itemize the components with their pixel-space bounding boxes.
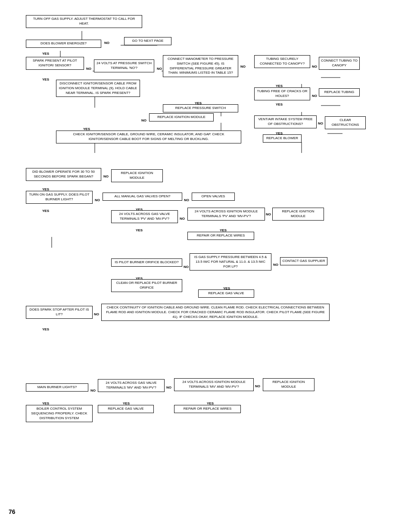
volts-no-label: NO xyxy=(157,67,162,71)
does-spark-stop-node: DOES SPARK STOP AFTER PILOT IS LIT? xyxy=(26,306,93,319)
replace-tubing-node: REPLACE TUBING xyxy=(319,88,360,96)
vent-air-no-label: NO xyxy=(318,121,323,125)
spark-yes-label: YES xyxy=(42,78,49,81)
volts-24-mv-node: 24 VOLTS ACROSS GAS VALVE TERMINALS 'MV'… xyxy=(98,379,165,392)
tubing-securely-node: TUBING SECURELY CONNECTED TO CANOPY? xyxy=(254,55,310,68)
ignition-mv-no-label: NO xyxy=(255,384,260,388)
connect-manometer-node: CONNECT MANOMETER TO PRESSURE SWITCH (SE… xyxy=(163,55,238,77)
volts-mv-no-label: NO xyxy=(166,386,171,389)
tubing-free-yes-label: YES xyxy=(276,103,283,106)
spark-present-node: SPARK PRESENT AT PILOT IGNITOR/ SENSOR? xyxy=(26,57,84,70)
replace-blower-node: REPLACE BLOWER xyxy=(263,134,302,143)
blower-yes-label: YES xyxy=(42,52,49,56)
replace-ignition-2-node: REPLACE IGNITION MODULE xyxy=(111,169,163,182)
go-next-node: GO TO NEXT PAGE xyxy=(124,37,171,45)
replace-pressure-switch-node: REPLACE PRESSURE SWITCH xyxy=(163,104,238,112)
replace-ignition-3-node: REPLACE IGNITION MODULE xyxy=(272,208,324,221)
did-blower-no-label: NO xyxy=(103,174,109,178)
spark-no-label: NO xyxy=(86,67,91,71)
volts-pv-no-label: NO xyxy=(180,217,185,221)
main-burner-lights-node: MAIN BURNER LIGHTS? xyxy=(26,383,88,392)
boiler-control-node: BOILER CONTROL SYSTEM SEQUENCING PROPERL… xyxy=(26,405,93,422)
pilot-burner-no-label: NO xyxy=(184,265,189,269)
volts-24-pressure-node: 24 VOLTS AT PRESSURE SWITCH TERMINAL 'NO… xyxy=(94,59,154,72)
volts-24-ignition-node: 24 VOLTS ACROSS IGNITION MODULE TERMINAL… xyxy=(187,208,265,221)
spark-stop-yes-label: YES xyxy=(42,327,49,331)
does-blower-node: DOES BLOWER ENERGIZE? xyxy=(26,40,101,48)
tubing-securely-no-label: NO xyxy=(312,65,317,68)
start-node: TURN OFF GAS SUPPLY. ADJUST THERMOSTAT T… xyxy=(26,15,142,28)
page-number: 76 xyxy=(9,508,402,515)
manometer-no-label: NO xyxy=(240,65,246,68)
did-blower-node: DID BLOWER OPERATE FOR 30 TO 50 SECONDS … xyxy=(26,168,101,181)
open-valves-node: OPEN VALVES xyxy=(192,193,235,201)
turn-on-gas-node: TURN ON GAS SUPPLY. DOES PILOT BURNER LI… xyxy=(26,191,93,204)
gas-pressure-no-label: NO xyxy=(273,263,278,267)
all-manual-valves-node: ALL MANUAL GAS VALVES OPEN? xyxy=(103,193,182,201)
tubing-free-no-label: NO xyxy=(312,94,317,98)
volts-24-ignition-mv-node: 24 VOLTS ACROSS IGNITION MODULE TERMINAL… xyxy=(174,378,254,391)
replace-ignition-4-node: REPLACE IGNITION MODULE xyxy=(263,378,314,391)
ignition-volts-no-label: NO xyxy=(266,212,271,216)
gas-supply-pressure-node: IS GAS SUPPLY PRESSURE BETWEEN 4.5 & 13.… xyxy=(190,253,271,271)
clean-replace-pilot-node: CLEAN OR REPLACE PILOT BURNER ORIFICE xyxy=(111,279,182,292)
replace-ignition-1-node: REPLACE IGNITION MODULE xyxy=(149,113,214,121)
volts-pv-yes-label: YES xyxy=(136,228,143,232)
clear-obstructions-node: CLEAR OBSTRUCTIONS xyxy=(325,116,366,129)
page-container: TURN OFF GAS SUPPLY. ADJUST THERMOSTAT T… xyxy=(9,9,402,515)
volts-24-pv-node: 24 VOLTS ACROSS GAS VALVE TERMINALS 'PV'… xyxy=(111,210,178,223)
vent-air-node: VENT/AIR INTAKE SYSTEM FREE OF OBSTRUCTI… xyxy=(254,115,317,128)
turn-on-gas-yes-label: YES xyxy=(42,209,49,213)
check-continuity-node: CHECK CONTINUITY OF IGNITION CABLE AND G… xyxy=(101,304,330,321)
disconnect-no-label: NO xyxy=(141,118,146,122)
tubing-free-node: TUBING FREE OF CRACKS OR HOLES? xyxy=(254,87,310,100)
check-ignitor-node: CHECK IGNITOR/SENSOR CABLE, GROUND WIRE,… xyxy=(56,131,241,143)
repair-wires-1-node: REPAIR OR REPLACE WIRES xyxy=(187,232,254,240)
replace-gas-valve-1-node: REPLACE GAS VALVE xyxy=(198,289,254,298)
connect-tubing-node: CONNECT TUBING TO CANOPY xyxy=(319,57,360,70)
replace-gas-valve-2-node: REPLACE GAS VALVE xyxy=(98,405,154,413)
pilot-burner-blocked-node: IS PILOT BURNER ORIFICE BLOCKED? xyxy=(111,258,182,267)
blower-no-label: NO xyxy=(104,41,109,45)
flowchart: TURN OFF GAS SUPPLY. ADJUST THERMOSTAT T… xyxy=(9,9,402,504)
disconnect-ignitor-node: DISCONNECT IGNITOR/SENSOR CABLE FROM IGN… xyxy=(56,80,140,97)
repair-wires-2-node: REPAIR OR REPLACE WIRES xyxy=(174,405,241,413)
turn-on-gas-no-label: NO xyxy=(95,198,100,202)
all-manual-no-label: NO xyxy=(184,198,189,202)
contact-gas-supplier-node: CONTACT GAS SUPPLIER xyxy=(280,257,327,265)
main-burner-no-label: NO xyxy=(90,389,96,392)
spark-stop-no-label: NO xyxy=(94,312,99,316)
